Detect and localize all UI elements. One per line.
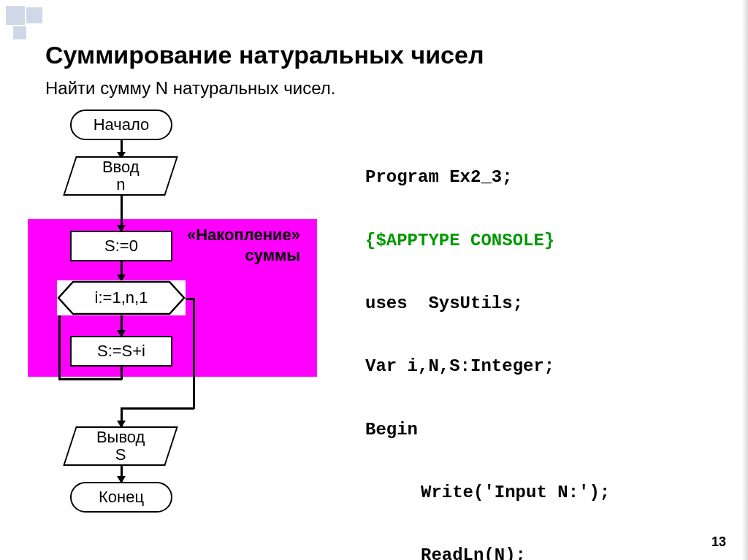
flow-init: S:=0 <box>70 231 172 261</box>
flow-start: Начало <box>70 110 172 140</box>
deco-square <box>6 6 25 25</box>
flow-end-label: Конец <box>99 488 144 506</box>
flow-input-label: Ввод n <box>102 158 140 193</box>
flow-loop-label: i:=1,n,1 <box>95 289 148 307</box>
flow-body-label: S:=S+i <box>97 342 145 360</box>
flow-input: Ввод n <box>63 156 178 196</box>
flow-init-label: S:=0 <box>104 237 138 255</box>
deco-square <box>13 26 26 39</box>
code-line: {$APPTYPE CONSOLE} <box>365 225 652 256</box>
flow-start-label: Начало <box>94 116 150 134</box>
page-number: 13 <box>711 534 726 550</box>
connector <box>121 407 194 410</box>
accum-line2: суммы <box>245 246 300 264</box>
flowchart: «Накопление» суммы Начало Ввод n S:=0 i:… <box>28 110 327 518</box>
flow-end: Конец <box>70 482 172 513</box>
code-line: Var i,N,S:Integer; <box>365 350 652 382</box>
page-shadow <box>742 0 748 560</box>
connector <box>193 298 195 409</box>
code-line: Begin <box>365 414 652 445</box>
subtitle: Найти сумму N натуральных чисел. <box>45 78 335 99</box>
source-code: Program Ex2_3; {$APPTYPE CONSOLE} uses S… <box>365 130 652 560</box>
flow-loop: i:=1,n,1 <box>57 280 186 315</box>
code-line: Write('Input N:'); <box>365 477 652 508</box>
code-line: uses SysUtils; <box>365 288 652 319</box>
accum-line1: «Накопление» <box>187 226 300 244</box>
accumulation-label: «Накопление» суммы <box>187 225 300 265</box>
connector <box>58 378 122 380</box>
code-line: Program Ex2_3; <box>365 161 652 193</box>
page-title: Суммирование натуральных чисел <box>45 41 484 69</box>
deco-square <box>26 7 42 23</box>
code-line: ReadLn(N); <box>365 540 652 560</box>
flow-output: Вывод S <box>63 426 178 466</box>
flow-body: S:=S+i <box>70 336 172 367</box>
flow-output-label: Вывод S <box>96 429 145 464</box>
